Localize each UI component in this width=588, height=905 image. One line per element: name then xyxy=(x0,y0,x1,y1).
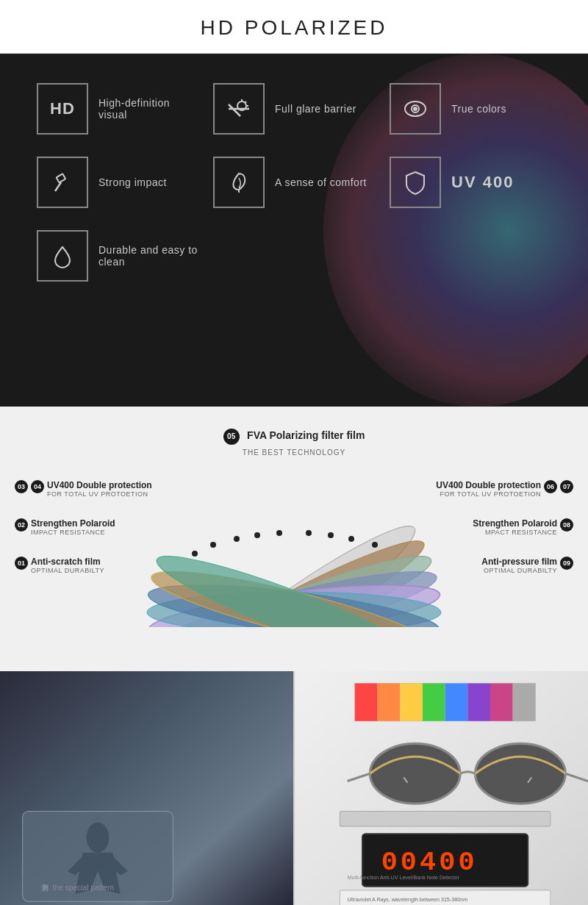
svg-rect-45 xyxy=(513,684,536,721)
svg-rect-44 xyxy=(490,684,513,721)
polarized-photo-content: 测 the special pattern xyxy=(0,671,293,905)
glare-label: Full glare barrier xyxy=(275,103,356,115)
svg-point-46 xyxy=(370,743,460,804)
svg-point-25 xyxy=(276,530,282,536)
feature-clean: Durable and easy to clean xyxy=(37,230,198,282)
svg-rect-41 xyxy=(423,684,445,721)
center-layer-title: FVA Polarizing filter film xyxy=(247,429,365,441)
svg-line-4 xyxy=(245,101,246,103)
svg-text:测: 测 xyxy=(41,884,49,892)
svg-point-24 xyxy=(254,532,260,538)
hd-icon: HD xyxy=(50,99,75,118)
hd-label: High-definition visual xyxy=(98,97,198,121)
svg-rect-54 xyxy=(340,811,550,826)
leaf-icon xyxy=(226,169,252,196)
comfort-label: A sense of comfort xyxy=(275,176,367,188)
svg-line-10 xyxy=(55,182,61,191)
svg-rect-39 xyxy=(378,684,401,721)
feature-colors: True colors xyxy=(390,83,551,135)
svg-rect-38 xyxy=(355,684,378,721)
svg-point-29 xyxy=(372,542,378,548)
svg-point-26 xyxy=(306,530,312,536)
svg-text:Multi-function Anti-UV Level/B: Multi-function Anti-UV Level/Bank Note D… xyxy=(348,875,460,881)
shield-icon xyxy=(402,169,429,196)
center-layer-sub: THE BEST TECHNOLOGY xyxy=(243,448,345,457)
feature-uv400: UV 400 xyxy=(390,157,551,208)
svg-point-27 xyxy=(328,532,334,538)
uv400-label: UV 400 xyxy=(451,173,514,192)
lens-visual xyxy=(15,465,573,642)
svg-point-33 xyxy=(87,823,110,853)
lens-section: 05 FVA Polarizing filter film THE BEST T… xyxy=(0,407,588,671)
svg-text:the special pattern: the special pattern xyxy=(53,884,115,892)
uv400-scene-svg: 00400 Multi-function Anti-UV Level/Bank … xyxy=(295,671,588,905)
svg-line-1 xyxy=(229,104,240,116)
drop-icon-box xyxy=(37,230,88,282)
impact-label: Strong impact xyxy=(98,176,167,188)
leaf-icon-box xyxy=(213,157,265,208)
polarized-test-photo: 测 the special pattern xyxy=(0,671,295,905)
svg-point-8 xyxy=(414,107,417,110)
hammer-icon xyxy=(49,169,76,196)
lens-fan-svg xyxy=(110,465,478,627)
svg-rect-42 xyxy=(445,684,468,721)
svg-rect-9 xyxy=(57,174,66,182)
svg-text:00400: 00400 xyxy=(381,847,478,878)
glare-icon-box xyxy=(213,83,265,135)
svg-point-47 xyxy=(476,743,566,804)
uv400-test-photo: 00400 Multi-function Anti-UV Level/Bank … xyxy=(295,671,588,905)
features-grid: HD High-definition visual Full glare bar… xyxy=(37,83,551,282)
hd-header-section: HD POLARIZED xyxy=(0,0,588,54)
page-title: HD POLARIZED xyxy=(0,16,588,40)
feature-impact: Strong impact xyxy=(37,157,198,208)
svg-point-23 xyxy=(234,536,240,542)
features-section: HD High-definition visual Full glare bar… xyxy=(0,54,588,407)
colors-label: True colors xyxy=(451,103,506,115)
layer05-badge: 05 xyxy=(223,429,240,445)
feature-hd: HD High-definition visual xyxy=(37,83,198,135)
drop-icon xyxy=(49,243,76,269)
svg-point-21 xyxy=(192,551,198,557)
feature-comfort: A sense of comfort xyxy=(213,157,375,208)
svg-text:Ultraviolet A Rays, wavelength: Ultraviolet A Rays, wavelength between 3… xyxy=(348,897,468,903)
uv400-photo-content: 00400 Multi-function Anti-UV Level/Bank … xyxy=(295,671,588,905)
test-section: 测 the special pattern xyxy=(0,671,588,905)
shield-icon-box xyxy=(390,157,441,208)
svg-point-22 xyxy=(210,542,216,548)
feature-glare: Full glare barrier xyxy=(213,83,375,135)
test-photos: 测 the special pattern xyxy=(0,671,588,905)
svg-rect-40 xyxy=(400,684,423,721)
hammer-icon-box xyxy=(37,157,88,208)
svg-rect-43 xyxy=(467,684,490,721)
eye-icon xyxy=(402,96,429,122)
polarized-scene-svg: 测 the special pattern xyxy=(0,671,293,905)
svg-point-28 xyxy=(348,536,354,542)
eye-icon-box xyxy=(390,83,441,135)
clean-label: Durable and easy to clean xyxy=(98,244,198,268)
glare-icon xyxy=(226,96,252,122)
hd-icon-box: HD xyxy=(37,83,88,135)
